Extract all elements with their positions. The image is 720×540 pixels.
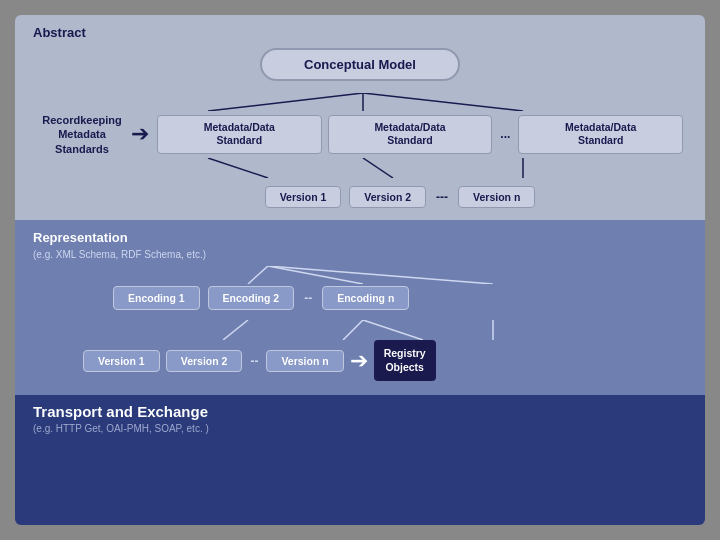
cm-to-meta-lines — [33, 93, 687, 111]
metadata-box-n: Metadata/DataStandard — [518, 115, 683, 154]
version-box-n: Version n — [458, 186, 535, 208]
registry-box: RegistryObjects — [374, 340, 436, 381]
rk-label: RecordkeepingMetadataStandards — [37, 113, 127, 156]
section-abstract: Abstract Conceptual Model RecordkeepingM… — [15, 15, 705, 220]
svg-line-9 — [223, 320, 248, 340]
version-dots: --- — [434, 190, 450, 204]
encoding-dots: -- — [302, 291, 314, 305]
version-box-1: Version 1 — [265, 186, 342, 208]
dots-1: ... — [498, 127, 512, 141]
encoding-box-2: Encoding 2 — [208, 286, 295, 310]
transport-sublabel: (e.g. HTTP Get, OAI-PMH, SOAP, etc. ) — [33, 423, 687, 434]
version-rep-dots: -- — [248, 354, 260, 368]
transport-label: Transport and Exchange — [33, 403, 687, 420]
conceptual-model-box: Conceptual Model — [260, 48, 460, 81]
representation-sublabel: (e.g. XML Schema, RDF Schema, etc.) — [33, 249, 687, 260]
section-representation: Representation (e.g. XML Schema, RDF Sch… — [15, 220, 705, 395]
version-to-encoding-lines — [33, 266, 687, 284]
svg-line-4 — [363, 158, 393, 178]
section-transport: Transport and Exchange (e.g. HTTP Get, O… — [15, 395, 705, 525]
metadata-boxes-group: Metadata/DataStandard Metadata/DataStand… — [157, 115, 683, 154]
svg-line-7 — [268, 266, 363, 284]
main-diagram: Abstract Conceptual Model RecordkeepingM… — [15, 15, 705, 525]
version-rep-box-2: Version 2 — [166, 350, 243, 372]
encoding-box-1: Encoding 1 — [113, 286, 200, 310]
abstract-metadata-row: RecordkeepingMetadataStandards ➔ Metadat… — [33, 113, 687, 156]
version-box-2: Version 2 — [349, 186, 426, 208]
encoding-box-n: Encoding n — [322, 286, 409, 310]
version-rep-box-n: Version n — [266, 350, 343, 372]
svg-line-11 — [363, 320, 423, 340]
svg-line-0 — [208, 93, 363, 111]
meta-to-version-lines — [33, 158, 687, 178]
representation-label: Representation — [33, 230, 687, 245]
version-row-abstract: Version 1 Version 2 --- Version n — [33, 186, 687, 208]
encoding-to-versionrep-lines — [33, 320, 687, 340]
encoding-row: Encoding 1 Encoding 2 -- Encoding n — [33, 286, 687, 310]
metadata-box-1: Metadata/DataStandard — [157, 115, 322, 154]
svg-line-3 — [208, 158, 268, 178]
svg-line-10 — [343, 320, 363, 340]
version-rep-box-1: Version 1 — [83, 350, 160, 372]
abstract-label: Abstract — [33, 25, 687, 40]
version-row-rep: Version 1 Version 2 -- Version n ➔ Regis… — [33, 340, 687, 381]
arrow-left-icon: ➔ — [350, 348, 368, 374]
svg-line-6 — [248, 266, 268, 284]
metadata-box-2: Metadata/DataStandard — [328, 115, 493, 154]
svg-line-8 — [268, 266, 493, 284]
svg-line-2 — [363, 93, 523, 111]
arrow-right-icon: ➔ — [131, 121, 149, 147]
